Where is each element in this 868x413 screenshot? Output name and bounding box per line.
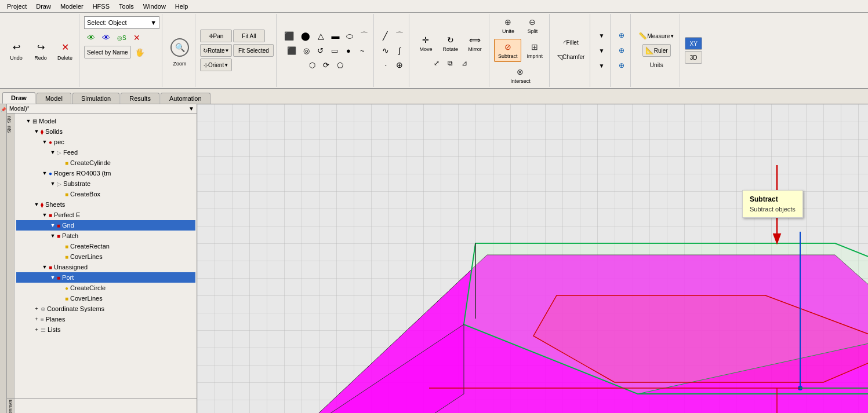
- coord-sys-toggle[interactable]: +: [32, 306, 41, 312]
- helix-btn[interactable]: ↺: [314, 44, 327, 57]
- tree-model[interactable]: ▼ ⊞ Model: [16, 116, 195, 126]
- cs-btn2[interactable]: ⊕: [615, 44, 628, 57]
- icon-red-x[interactable]: ✕: [130, 31, 143, 44]
- rect2-btn[interactable]: ▭: [328, 44, 341, 57]
- cs-btn3[interactable]: ⊕: [615, 59, 628, 72]
- sphere-btn[interactable]: ⬤: [298, 30, 313, 42]
- menu-tools[interactable]: Tools: [114, 2, 139, 11]
- tree-unassigned[interactable]: ▼ ■ Unassigned: [16, 262, 195, 272]
- model-toggle[interactable]: ▼: [24, 118, 32, 124]
- planes-toggle[interactable]: +: [32, 316, 41, 322]
- solids-toggle[interactable]: ▼: [32, 129, 41, 134]
- tree-port[interactable]: ▼ ■ Port: [16, 272, 195, 283]
- tree-create-cylinder[interactable]: ■ CreateCylinde: [16, 158, 195, 168]
- lists-toggle[interactable]: +: [32, 327, 41, 332]
- cone-btn[interactable]: △: [314, 30, 327, 42]
- select-combo[interactable]: Select: Object ▼: [84, 16, 159, 29]
- eq-curve-btn[interactable]: ∫: [393, 44, 406, 57]
- spline2-btn[interactable]: ∿: [379, 44, 392, 57]
- tree-create-rect[interactable]: ■ CreateRectan: [16, 241, 195, 251]
- select-by-name-button[interactable]: ◎S: [114, 31, 129, 44]
- tree-cover-lines-1[interactable]: ■ CoverLines: [16, 251, 195, 262]
- rotate-button[interactable]: ↻ Rotate ▼: [200, 44, 232, 57]
- patch-toggle[interactable]: ▼: [49, 233, 57, 239]
- sheets-toggle[interactable]: ▼: [32, 202, 41, 207]
- mirror-button[interactable]: ⟺ Mirror: [463, 32, 486, 55]
- undo-button[interactable]: ↩ Undo: [5, 37, 28, 64]
- torus-btn[interactable]: ◎: [300, 44, 313, 57]
- menu-project[interactable]: Project: [2, 2, 31, 11]
- tree-substrate[interactable]: ▼ ▷ Substrate: [16, 178, 195, 189]
- tree-create-box[interactable]: ■ CreateBox: [16, 189, 195, 199]
- unite-button[interactable]: ⊕ Unite: [496, 14, 520, 37]
- split-button[interactable]: ⊖ Split: [521, 14, 544, 37]
- spline-btn[interactable]: ~: [356, 44, 369, 57]
- pin-icon[interactable]: 📌: [1, 107, 6, 112]
- tree-rogers[interactable]: ▼ ● Rogers RO4003 (tm: [16, 168, 195, 178]
- rogers-toggle[interactable]: ▼: [41, 170, 49, 176]
- subtract-button[interactable]: ⊘ Subtract: [494, 39, 522, 62]
- tab-simulation[interactable]: Simulation: [72, 93, 119, 104]
- cyl-btn[interactable]: ⬛: [284, 44, 299, 57]
- dropdown3-btn[interactable]: ▼: [595, 59, 608, 72]
- rect-btn[interactable]: ▬: [328, 30, 342, 42]
- scale-btn[interactable]: ⤢: [430, 57, 443, 70]
- arc-btn[interactable]: ⌒: [357, 30, 371, 42]
- tree-patch[interactable]: ▼ ■ Patch: [16, 231, 195, 241]
- line-btn[interactable]: ╱: [379, 30, 391, 42]
- sweep-btn[interactable]: ⟳: [320, 59, 333, 71]
- dropdown1-btn[interactable]: ▼: [595, 29, 608, 42]
- viewport-3d[interactable]: Subtract Subtract objects 0.00, 0.00, 0.…: [197, 104, 868, 413]
- side-label-nts2[interactable]: nts: [8, 125, 13, 134]
- fit-selected-button[interactable]: Fit Selected: [233, 44, 274, 57]
- dup-btn[interactable]: ⧉: [444, 57, 457, 70]
- arc-line-btn[interactable]: ⌒: [393, 30, 406, 42]
- delete-button[interactable]: ✕ Delete: [53, 37, 77, 64]
- tree-coord-systems[interactable]: + ⊕ Coordinate Systems: [16, 304, 195, 314]
- grid-btn1[interactable]: XY: [685, 37, 702, 50]
- gnd-toggle[interactable]: ▼: [49, 222, 57, 228]
- tab-results[interactable]: Results: [121, 93, 159, 104]
- prism-btn[interactable]: ⬡: [306, 59, 319, 71]
- units-button[interactable]: Units: [644, 59, 670, 71]
- measure-button[interactable]: 📏 Measure ▼: [635, 30, 677, 42]
- icon-hand[interactable]: 🖐: [132, 46, 147, 59]
- tab-draw[interactable]: Draw: [2, 92, 35, 104]
- tab-automation[interactable]: Automation: [161, 93, 210, 104]
- pt-btn[interactable]: ·: [379, 59, 392, 71]
- coord-btn[interactable]: ⊕: [393, 59, 406, 71]
- port-toggle[interactable]: ▼: [49, 275, 57, 280]
- substrate-toggle[interactable]: ▼: [49, 181, 57, 187]
- dropdown2-btn[interactable]: ▼: [595, 44, 608, 57]
- tree-sheets[interactable]: ▼ ⧫ Sheets: [16, 199, 195, 210]
- tree-perfect-e[interactable]: ▼ ■ Perfect E: [16, 210, 195, 220]
- imprint-button[interactable]: ⊞ Imprint: [522, 39, 547, 62]
- feed-toggle[interactable]: ▼: [49, 149, 57, 155]
- tree-cover-lines-2[interactable]: ■ CoverLines: [16, 293, 195, 304]
- redo-button[interactable]: ↪ Redo: [29, 37, 52, 64]
- menu-hfss[interactable]: HFSS: [88, 2, 114, 11]
- box-3d-btn[interactable]: ⬛: [281, 30, 297, 42]
- move-button[interactable]: ✛ Move: [414, 32, 437, 55]
- chamfer-button[interactable]: ◹ Chamfer: [554, 51, 587, 64]
- tree-lists[interactable]: + ☰ Lists: [16, 324, 195, 335]
- eval-label[interactable]: Evaluat: [7, 399, 14, 413]
- tree-pec[interactable]: ▼ ● pec: [16, 137, 195, 147]
- poly-btn[interactable]: ⬠: [334, 59, 347, 71]
- perfect-e-toggle[interactable]: ▼: [41, 212, 49, 218]
- tab-model[interactable]: Model: [37, 93, 71, 104]
- menu-draw[interactable]: Draw: [31, 2, 56, 11]
- ellipse-btn[interactable]: ⬭: [343, 30, 356, 42]
- circle-btn[interactable]: ●: [342, 44, 355, 57]
- icon-green-eye[interactable]: 👁: [84, 31, 98, 44]
- menu-modeler[interactable]: Modeler: [56, 2, 88, 11]
- zoom-button[interactable]: 🔍: [167, 35, 193, 60]
- orient-button[interactable]: ⊹ Orient ▼: [200, 59, 232, 71]
- grid-btn2[interactable]: 3D: [685, 51, 702, 64]
- offset-btn[interactable]: ⊿: [458, 57, 471, 70]
- tree-gnd[interactable]: ▼ ■ Gnd: [16, 220, 195, 231]
- tree-solids[interactable]: ▼ ⧫ Solids: [16, 126, 195, 137]
- intersect-button[interactable]: ⊗ Intersect: [506, 64, 535, 87]
- select-by-name-label-btn[interactable]: Select by Name: [84, 46, 131, 59]
- fit-all-button[interactable]: Fit All: [233, 30, 265, 42]
